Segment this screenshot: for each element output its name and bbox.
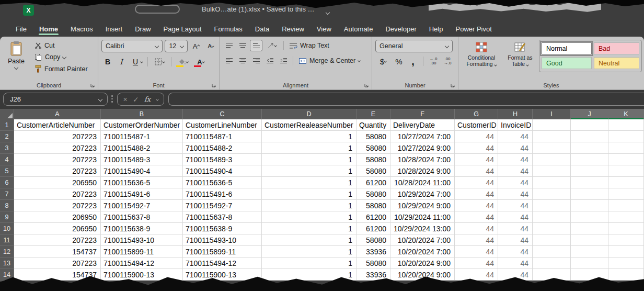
cell-K2[interactable] — [608, 131, 644, 142]
cell-I3[interactable] — [533, 142, 571, 154]
row-header-10[interactable]: 10 — [0, 223, 14, 234]
cell-C2[interactable]: 7100115487-1 — [183, 131, 262, 142]
cell-A7[interactable]: 207223 — [14, 188, 101, 200]
cell-E12[interactable]: 33936 — [356, 246, 390, 258]
comma-style-button[interactable]: , — [407, 55, 419, 67]
cell-D6[interactable]: 1 — [262, 177, 356, 188]
tab-formulas[interactable]: Formulas — [208, 21, 249, 37]
cell-G3[interactable]: 44 — [455, 142, 498, 154]
cell-I2[interactable] — [533, 131, 571, 142]
cell-D5[interactable]: 1 — [262, 165, 356, 177]
cell-B2[interactable]: 7100115487-1 — [101, 131, 183, 142]
cell-G2[interactable]: 44 — [455, 131, 498, 142]
tab-view[interactable]: View — [310, 21, 338, 37]
cell-H5[interactable]: 44 — [498, 165, 533, 177]
cell-G9[interactable]: 44 — [455, 211, 498, 223]
cell-A4[interactable]: 207223 — [14, 154, 101, 165]
cell-J5[interactable] — [571, 165, 608, 177]
orientation-button[interactable] — [263, 40, 280, 51]
cell-I10[interactable] — [533, 223, 571, 234]
cell-D1[interactable]: CustomerRealeaseNumber — [262, 119, 356, 131]
formula-input[interactable] — [168, 93, 644, 106]
cell-H11[interactable]: 44 — [498, 234, 533, 246]
cell-B4[interactable]: 7100115489-3 — [101, 154, 183, 165]
percent-style-button[interactable]: % — [393, 55, 405, 67]
column-header-D[interactable]: D — [262, 109, 356, 119]
cell-A11[interactable]: 207223 — [14, 234, 101, 246]
fill-color-button[interactable] — [175, 56, 191, 68]
cell-C7[interactable]: 7100115491-6 — [183, 188, 262, 200]
cell-F5[interactable]: 10/28/2024 9:00 — [390, 165, 455, 177]
increase-font-size-button[interactable]: A — [190, 40, 202, 52]
row-header-6[interactable]: 6 — [0, 177, 14, 188]
number-format-combo[interactable]: General — [375, 40, 453, 52]
cell-G6[interactable]: 44 — [455, 177, 498, 188]
clipboard-dialog-launcher[interactable] — [90, 83, 95, 88]
cell-B8[interactable]: 7100115492-7 — [101, 200, 183, 211]
underline-button[interactable]: U — [129, 56, 144, 68]
cell-C13[interactable]: 7100115494-12 — [183, 258, 262, 269]
font-dialog-launcher[interactable] — [211, 83, 216, 88]
formula-bar-resize-handle[interactable] — [111, 95, 113, 103]
cell-J2[interactable] — [571, 131, 608, 142]
cell-F11[interactable]: 10/20/2024 7:00 — [390, 234, 455, 246]
column-header-A[interactable]: A — [14, 109, 101, 119]
cell-A8[interactable]: 207223 — [14, 200, 101, 211]
align-right-button[interactable] — [250, 55, 262, 66]
conditional-formatting-button[interactable]: ConditionalFormatting — [462, 40, 501, 67]
cell-B9[interactable]: 7100115637-8 — [101, 211, 183, 223]
cell-J3[interactable] — [571, 142, 608, 154]
cell-B7[interactable]: 7100115491-6 — [101, 188, 183, 200]
tab-automate[interactable]: Automate — [338, 21, 380, 37]
cell-C4[interactable]: 7100115489-3 — [183, 154, 262, 165]
font-color-button[interactable]: A — [192, 56, 209, 68]
cell-F12[interactable]: 10/20/2024 7:00 — [390, 246, 455, 258]
row-header-7[interactable]: 7 — [0, 188, 14, 200]
cell-F10[interactable]: 10/29/2024 13:00 — [390, 223, 455, 234]
increase-indent-button[interactable] — [277, 55, 290, 66]
cell-H12[interactable]: 44 — [498, 246, 533, 258]
cell-F4[interactable]: 10/28/2024 7:00 — [390, 154, 455, 165]
row-header-8[interactable]: 8 — [0, 200, 14, 211]
tab-insert[interactable]: Insert — [99, 21, 129, 37]
cell-E9[interactable]: 61200 — [356, 211, 390, 223]
cell-H9[interactable]: 44 — [498, 211, 533, 223]
cell-E2[interactable]: 58080 — [356, 131, 390, 142]
accounting-format-button[interactable]: $ — [375, 55, 391, 67]
cell-C10[interactable]: 7100115638-9 — [183, 223, 262, 234]
cell-E8[interactable]: 58080 — [356, 200, 390, 211]
cell-B1[interactable]: CustomerOrderNumber — [101, 119, 183, 131]
cell-C3[interactable]: 7100115488-2 — [183, 142, 262, 154]
font-size-combo[interactable]: 12 — [165, 40, 188, 52]
column-header-H[interactable]: H — [498, 109, 533, 119]
cell-K7[interactable] — [608, 188, 644, 200]
cell-B6[interactable]: 7100115636-5 — [101, 177, 183, 188]
center-button[interactable] — [236, 55, 249, 66]
decrease-font-size-button[interactable]: A — [204, 40, 217, 52]
middle-align-button[interactable] — [236, 40, 249, 51]
tab-file[interactable]: File — [9, 21, 33, 37]
bold-button[interactable]: B — [101, 56, 114, 68]
merge-center-button[interactable]: Merge & Center — [296, 56, 362, 65]
cell-A12[interactable]: 154737 — [14, 246, 101, 258]
cell-B3[interactable]: 7100115488-2 — [101, 142, 183, 154]
row-header-2[interactable]: 2 — [0, 131, 14, 142]
cell-F3[interactable]: 10/27/2024 9:00 — [390, 142, 455, 154]
row-header-3[interactable]: 3 — [0, 142, 14, 154]
cell-K8[interactable] — [608, 200, 644, 211]
cell-H2[interactable]: 44 — [498, 131, 533, 142]
cell-K6[interactable] — [608, 177, 644, 188]
top-align-button[interactable] — [223, 40, 235, 51]
cell-H1[interactable]: InvoiceID — [498, 119, 533, 131]
cell-E1[interactable]: Quantity — [356, 119, 390, 131]
cell-C6[interactable]: 7100115636-5 — [183, 177, 262, 188]
name-box[interactable]: J26 — [3, 93, 108, 106]
cell-J12[interactable] — [571, 246, 608, 258]
decrease-decimal-button[interactable]: .00→.0 — [441, 55, 454, 67]
cell-E10[interactable]: 61200 — [356, 223, 390, 234]
style-chip-neutral[interactable]: Neutral — [594, 57, 639, 69]
cell-A10[interactable]: 206950 — [14, 223, 101, 234]
cell-C8[interactable]: 7100115492-7 — [183, 200, 262, 211]
cell-E5[interactable]: 58080 — [356, 165, 390, 177]
cell-J6[interactable] — [571, 177, 608, 188]
